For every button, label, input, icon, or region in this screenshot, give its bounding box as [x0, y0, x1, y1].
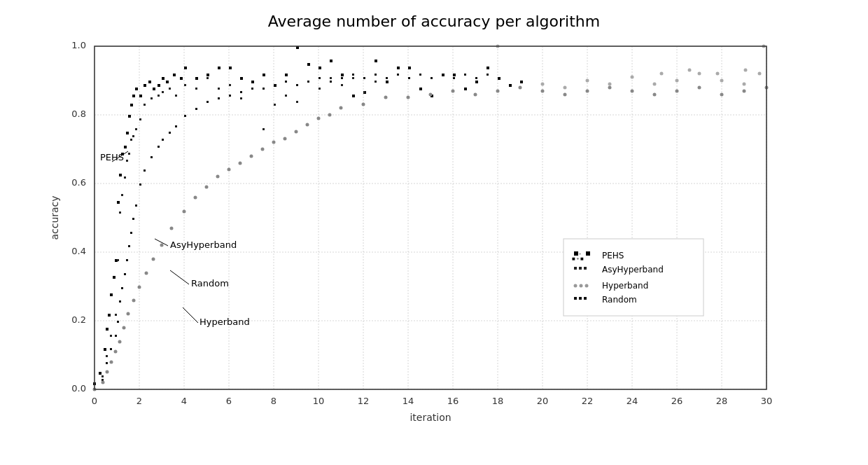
svg-rect-174: [307, 81, 309, 83]
svg-rect-114: [132, 135, 134, 137]
svg-rect-164: [195, 108, 197, 110]
svg-rect-143: [102, 379, 104, 381]
svg-point-251: [608, 83, 612, 86]
svg-point-253: [688, 69, 692, 72]
svg-point-196: [114, 350, 118, 354]
svg-rect-0: [94, 46, 766, 389]
svg-rect-89: [386, 81, 388, 83]
svg-point-255: [744, 69, 748, 72]
svg-rect-61: [135, 88, 138, 90]
svg-rect-155: [135, 204, 137, 207]
svg-point-218: [317, 117, 321, 120]
svg-text:accuracy: accuracy: [49, 195, 60, 240]
svg-rect-149: [121, 287, 123, 289]
svg-point-244: [698, 72, 701, 76]
svg-point-269: [574, 284, 578, 288]
svg-text:0.2: 0.2: [71, 314, 86, 325]
svg-rect-130: [262, 128, 265, 130]
svg-rect-162: [175, 125, 177, 127]
svg-rect-171: [274, 84, 276, 86]
svg-rect-100: [509, 84, 512, 87]
svg-text:14: 14: [402, 396, 414, 406]
svg-point-225: [451, 90, 455, 93]
chart-title: Average number of accuracy per algorithm: [268, 13, 600, 30]
svg-point-252: [660, 72, 664, 76]
svg-rect-72: [195, 77, 198, 80]
svg-rect-123: [184, 84, 186, 86]
svg-point-226: [474, 93, 477, 97]
svg-point-194: [106, 370, 109, 374]
svg-point-224: [429, 93, 433, 97]
svg-rect-151: [126, 259, 128, 261]
svg-rect-132: [285, 95, 287, 97]
svg-rect-117: [144, 104, 146, 106]
svg-text:30: 30: [761, 396, 773, 406]
svg-rect-104: [106, 355, 108, 357]
svg-rect-135: [318, 88, 321, 90]
svg-rect-91: [408, 67, 411, 69]
svg-point-222: [384, 96, 388, 99]
svg-rect-148: [119, 300, 121, 303]
svg-point-195: [110, 361, 113, 364]
svg-rect-153: [130, 232, 132, 234]
svg-rect-86: [352, 95, 355, 97]
svg-rect-50: [110, 293, 113, 296]
svg-text:0: 0: [92, 396, 97, 406]
svg-rect-139: [363, 91, 365, 93]
svg-rect-76: [240, 77, 243, 80]
svg-point-245: [720, 79, 724, 83]
svg-rect-71: [184, 67, 187, 69]
svg-rect-119: [158, 95, 160, 97]
svg-point-270: [580, 284, 583, 288]
svg-point-238: [720, 93, 724, 97]
svg-rect-158: [150, 156, 153, 158]
svg-rect-177: [341, 77, 343, 79]
svg-rect-106: [115, 314, 117, 316]
svg-rect-103: [102, 375, 104, 377]
svg-text:0.4: 0.4: [71, 246, 86, 256]
svg-rect-98: [486, 67, 489, 69]
svg-rect-145: [110, 348, 112, 350]
svg-rect-128: [240, 97, 242, 99]
svg-text:iteration: iteration: [410, 412, 451, 423]
svg-rect-191: [498, 77, 500, 79]
svg-point-254: [716, 72, 720, 76]
svg-point-201: [138, 286, 141, 289]
svg-rect-80: [285, 74, 288, 76]
svg-text:18: 18: [492, 396, 504, 406]
svg-rect-124: [195, 88, 197, 90]
svg-rect-183: [408, 77, 410, 79]
svg-rect-112: [128, 153, 130, 155]
svg-point-198: [122, 326, 126, 330]
svg-rect-77: [251, 81, 254, 83]
svg-rect-166: [218, 97, 220, 99]
svg-text:0.8: 0.8: [71, 109, 86, 119]
svg-rect-63: [144, 84, 146, 87]
svg-text:8: 8: [271, 396, 276, 406]
svg-point-223: [407, 96, 410, 99]
svg-rect-172: [285, 81, 287, 83]
svg-point-234: [631, 90, 634, 93]
svg-text:+: +: [579, 252, 581, 256]
svg-point-246: [743, 83, 746, 86]
chart-svg: 0.0 0.2 0.4 0.6 0.8 1.0 0 2 4 6 8 10 12 …: [46, 36, 844, 428]
svg-rect-88: [374, 60, 377, 62]
svg-rect-49: [108, 314, 111, 317]
svg-rect-144: [106, 362, 108, 364]
svg-rect-65: [153, 88, 155, 90]
svg-point-235: [653, 93, 657, 97]
legend-pehs-label: PEHS: [602, 251, 624, 261]
svg-rect-189: [475, 77, 477, 79]
svg-rect-140: [374, 81, 377, 83]
svg-point-215: [284, 137, 287, 141]
svg-rect-173: [296, 84, 298, 86]
svg-rect-95: [453, 74, 456, 76]
svg-rect-62: [139, 95, 142, 97]
svg-rect-121: [169, 88, 171, 90]
svg-rect-179: [363, 77, 365, 79]
svg-text:10: 10: [313, 396, 325, 406]
svg-rect-188: [464, 74, 466, 76]
svg-rect-109: [121, 194, 123, 196]
svg-rect-60: [132, 95, 135, 97]
svg-point-216: [295, 130, 298, 134]
